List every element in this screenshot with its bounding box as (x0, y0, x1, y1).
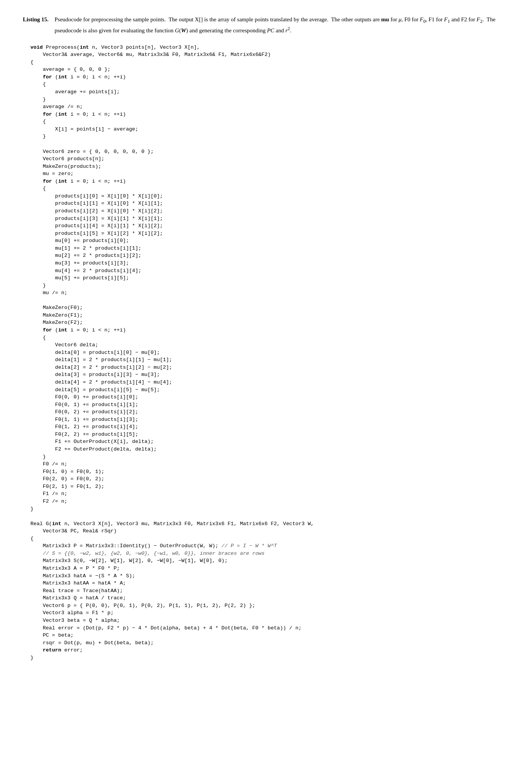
listing-label: Listing 15. (23, 15, 49, 35)
listing-header: Listing 15. Pseudocode for preprocessing… (23, 15, 509, 35)
listing-description: Pseudocode for preprocessing the sample … (55, 15, 509, 35)
code-container: void Preprocess(int n, Vector3 points[n]… (23, 40, 509, 666)
